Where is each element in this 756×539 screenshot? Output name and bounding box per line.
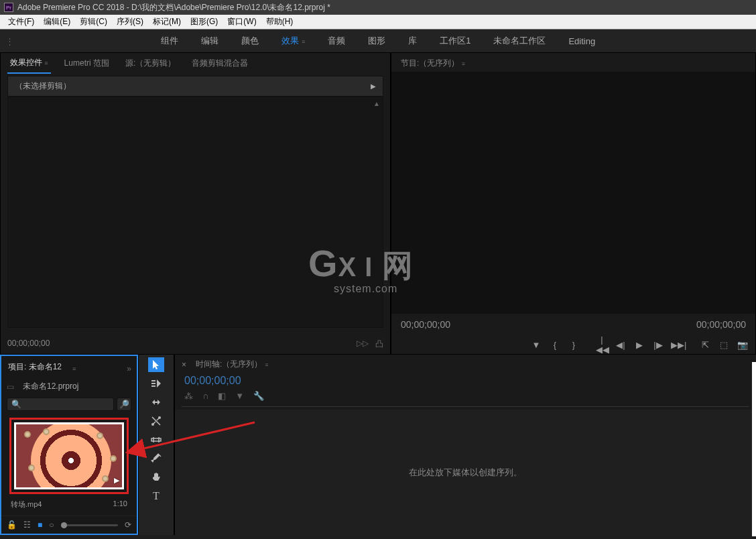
program-panel: 节目:（无序列） ≡ 00;00;00;00 00;00;00;00 ▼ { }… [391,52,756,355]
no-clip-selected-label: （未选择剪辑） [15,80,71,92]
go-to-in-icon[interactable]: |◀◀ [596,335,608,355]
grip-icon[interactable]: ⋮ [5,36,14,46]
timeline-panel: × 时间轴:（无序列）≡ 00;00;00;00 ⁂ ∩ ◧ ▼ 🔧 在此处放下… [174,355,756,535]
clip-duration: 1:10 [113,499,127,510]
window-title: Adobe Premiere Pro CC 2018 - D:\我的文档\Ado… [17,2,330,13]
app-icon: Pr [4,3,13,12]
effect-controls-header: （未选择剪辑） ▶ [7,76,383,97]
menu-window[interactable]: 窗口(W) [223,15,260,29]
selection-tool[interactable] [148,357,164,372]
menu-help[interactable]: 帮助(H) [262,15,298,29]
project-search-input[interactable]: 🔍 [7,398,114,411]
bin-icon: ▭ [7,382,17,392]
panel-menu-icon[interactable]: ≡ [44,60,48,66]
clip-thumbnail-highlight: ▶ [9,418,129,494]
zoom-out-icon[interactable]: ○ [49,520,54,530]
mark-in-icon[interactable]: { [549,340,561,350]
menu-file[interactable]: 文件(F) [4,15,38,29]
source-panel: 效果控件 ≡ Lumetri 范围 源:（无剪辑） 音频剪辑混合器 （未选择剪辑… [0,52,391,355]
timeline-timecode[interactable]: 00;00;00;00 [182,375,749,387]
close-tab-icon[interactable]: × [182,360,186,369]
source-timecode[interactable]: 00;00;00;00 [7,339,50,350]
panel-menu-icon[interactable]: ≡ [462,60,465,67]
razor-tool[interactable] [148,414,164,428]
menu-edit[interactable]: 编辑(E) [40,15,74,29]
timeline-settings-icon[interactable]: ▼ [235,391,244,401]
extract-icon[interactable]: ⬚ [718,340,730,350]
writable-icon[interactable]: 🔓 [7,520,17,530]
ripple-edit-tool[interactable] [148,395,164,410]
hand-tool[interactable] [148,470,164,485]
timeline-drop-hint: 在此处放下媒体以创建序列。 [409,467,522,479]
workspace-tabs: ⋮ 组件 编辑 颜色 效果≡ 音频 图形 库 工作区1 未命名工作区 Editi… [0,29,756,52]
chevron-right-icon[interactable]: ▶ [371,82,376,90]
menu-bar: 文件(F) 编辑(E) 剪辑(C) 序列(S) 标记(M) 图形(G) 窗口(W… [0,15,756,29]
workspace-tab-editing-cn[interactable]: 编辑 [201,29,218,52]
svg-point-0 [151,423,154,426]
export-frame-icon[interactable]: 📷 [737,340,749,350]
find-icon: 🔎 [119,400,129,409]
go-to-out-icon[interactable]: ▶▶| [671,340,683,350]
clip-name[interactable]: 转场.mp4 [11,499,42,510]
sort-icon[interactable]: ⟳ [125,520,131,530]
tab-program-monitor[interactable]: 节目:（无序列） ≡ [398,55,468,73]
play-icon[interactable]: ▶ [633,340,645,350]
workspace-tab-effects[interactable]: 效果≡ [281,29,305,52]
tools-panel: T [138,355,174,535]
add-marker-icon[interactable]: ◧ [218,391,226,401]
tab-effect-controls[interactable]: 效果控件 ≡ [7,54,51,74]
panel-menu-icon[interactable]: ≡ [72,365,76,372]
scroll-up-icon[interactable]: ▲ [373,100,380,107]
program-timecode-right: 00;00;00;00 [696,319,746,330]
type-tool[interactable]: T [148,489,164,503]
project-panel: 项目: 未命名12 ≡ » ▭ 未命名12.prproj 🔍 🔎 [0,355,138,535]
icon-view-icon[interactable]: ■ [38,520,42,530]
pen-tool[interactable] [148,451,164,466]
linked-selection-icon[interactable]: ∩ [202,391,208,401]
tab-audio-clip-mixer[interactable]: 音频剪辑混合器 [189,55,251,73]
wrench-icon[interactable]: 🔧 [253,391,264,401]
workspace-tab-assembly[interactable]: 组件 [161,29,178,52]
workspace-tab-graphics[interactable]: 图形 [368,29,385,52]
program-transport-controls: ▼ { } |◀◀ ◀| ▶ |▶ ▶▶| ⇱ ⬚ 📷 [391,335,755,354]
menu-sequence[interactable]: 序列(S) [113,15,147,29]
program-timecode-left[interactable]: 00;00;00;00 [401,319,450,330]
workspace-tab-color[interactable]: 颜色 [241,29,259,52]
slip-tool[interactable] [148,432,164,447]
workspace-tab-custom1[interactable]: 工作区1 [440,29,470,52]
svg-point-1 [158,416,161,419]
play-overlay-icon: ▶ [114,476,119,485]
tab-timeline[interactable]: 时间轴:（无序列）≡ [193,356,271,374]
play-toggle-icon[interactable]: ▷▷ [357,339,369,350]
panel-menu-icon[interactable]: ≡ [265,361,268,368]
workspace-tab-audio[interactable]: 音频 [328,29,345,52]
snap-icon[interactable]: ⁂ [184,391,193,401]
menu-graphics[interactable]: 图形(G) [186,15,222,29]
workspace-tab-libraries[interactable]: 库 [408,29,417,52]
clip-thumbnail[interactable]: ▶ [14,422,124,489]
tab-source-monitor[interactable]: 源:（无剪辑） [123,55,178,73]
project-search-button[interactable]: 🔎 [117,398,131,411]
thumbnail-zoom-slider[interactable] [61,524,119,526]
tab-lumetri-scopes[interactable]: Lumetri 范围 [62,55,112,73]
tab-project[interactable]: 项目: 未命名12 [7,359,63,378]
step-back-icon[interactable]: ◀| [615,340,627,350]
window-title-bar: Pr Adobe Premiere Pro CC 2018 - D:\我的文档\… [0,0,756,15]
menu-marker[interactable]: 标记(M) [149,15,185,29]
lift-icon[interactable]: ⇱ [699,340,711,350]
effect-controls-body: ▲ [7,97,383,328]
step-forward-icon[interactable]: |▶ [652,340,664,350]
mark-out-icon[interactable]: } [568,340,580,350]
crop-edge [752,362,756,536]
menu-clip[interactable]: 剪辑(C) [76,15,111,29]
program-monitor-viewport[interactable] [391,72,755,314]
workspace-tab-unnamed[interactable]: 未命名工作区 [493,29,546,52]
add-marker-icon[interactable]: ▼ [530,340,542,350]
track-select-tool[interactable] [148,376,164,391]
overflow-icon[interactable]: » [127,364,131,373]
loop-icon[interactable]: 凸 [375,339,383,350]
list-view-icon[interactable]: ☷ [23,520,31,530]
timeline-drop-area[interactable]: 在此处放下媒体以创建序列。 [175,410,756,535]
project-filename: 未命名12.prproj [23,381,78,392]
workspace-tab-editing[interactable]: Editing [568,31,595,52]
